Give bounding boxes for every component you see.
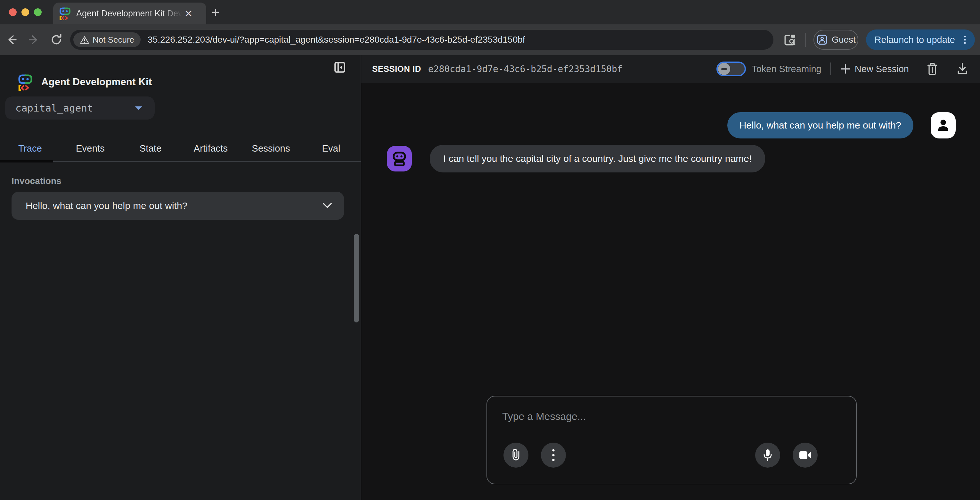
person-icon bbox=[936, 118, 950, 133]
tab-title: Agent Development Kit Dev UI bbox=[76, 9, 182, 19]
forward-icon[interactable] bbox=[27, 33, 41, 47]
more-vert-icon bbox=[552, 448, 555, 462]
session-header: SESSION ID e280cda1-9d7e-43c6-b25d-ef235… bbox=[361, 55, 980, 83]
browser-tab-strip: Agent Development Kit Dev UI ✕ + bbox=[0, 0, 980, 24]
address-bar[interactable]: Not Secure 35.226.252.203/dev-ui/?app=ca… bbox=[70, 30, 773, 50]
plus-icon bbox=[840, 64, 851, 74]
new-session-button[interactable]: New Session bbox=[840, 64, 909, 74]
guest-avatar-icon bbox=[816, 34, 828, 46]
guest-label: Guest bbox=[832, 35, 856, 45]
attach-file-button[interactable] bbox=[503, 442, 528, 468]
back-icon[interactable] bbox=[5, 33, 19, 47]
bot-message-bubble: I can tell you the capital city of a cou… bbox=[430, 145, 765, 173]
new-tab-button[interactable]: + bbox=[212, 6, 220, 19]
export-session-icon[interactable] bbox=[956, 62, 969, 76]
url-text: 35.226.252.203/dev-ui/?app=capital_agent… bbox=[148, 35, 525, 45]
sidebar-tabs: Trace Events State Artifacts Sessions Ev… bbox=[0, 136, 361, 162]
message-input[interactable] bbox=[502, 411, 822, 422]
relaunch-label: Relaunch to update bbox=[874, 35, 955, 45]
window-close-button[interactable] bbox=[9, 8, 17, 16]
paperclip-icon bbox=[510, 448, 522, 462]
tab-eval[interactable]: Eval bbox=[301, 136, 361, 161]
session-id-label: SESSION ID bbox=[372, 64, 421, 74]
more-options-button[interactable] bbox=[541, 442, 566, 468]
search-tabs-icon[interactable] bbox=[783, 32, 797, 47]
token-streaming-toggle[interactable] bbox=[716, 62, 746, 76]
adk-logo bbox=[18, 73, 33, 91]
kebab-menu-icon[interactable] bbox=[959, 34, 970, 46]
tab-close-icon[interactable]: ✕ bbox=[185, 8, 192, 19]
microphone-button[interactable] bbox=[755, 442, 780, 468]
delete-session-icon[interactable] bbox=[926, 62, 939, 76]
chat-panel: SESSION ID e280cda1-9d7e-43c6-b25d-ef235… bbox=[361, 55, 980, 500]
agent-select-value: capital_agent bbox=[15, 102, 134, 114]
window-controls bbox=[9, 8, 41, 16]
sidebar: Agent Development Kit capital_agent Trac… bbox=[0, 55, 361, 500]
new-session-label: New Session bbox=[855, 64, 909, 74]
video-button[interactable] bbox=[793, 442, 818, 468]
collapse-panel-icon[interactable] bbox=[333, 60, 347, 74]
invocations-heading: Invocations bbox=[11, 176, 62, 186]
robot-icon bbox=[392, 151, 407, 167]
chevron-down-icon[interactable] bbox=[322, 203, 332, 209]
token-streaming-label: Token Streaming bbox=[752, 64, 821, 74]
tab-events[interactable]: Events bbox=[60, 136, 121, 161]
relaunch-to-update-button[interactable]: Relaunch to update bbox=[866, 29, 975, 50]
user-message-bubble: Hello, what can you help me out with? bbox=[727, 112, 913, 139]
browser-tab[interactable]: Agent Development Kit Dev UI ✕ bbox=[53, 3, 206, 24]
window-zoom-button[interactable] bbox=[34, 8, 41, 16]
bot-message-row: I can tell you the capital city of a cou… bbox=[387, 145, 765, 173]
chat-messages-area: Hello, what can you help me out with? bbox=[361, 83, 980, 500]
videocam-icon bbox=[799, 450, 812, 460]
profile-button[interactable]: Guest bbox=[813, 30, 858, 50]
sidebar-scrollbar[interactable] bbox=[354, 234, 359, 323]
active-tab-indicator bbox=[0, 160, 53, 163]
toggle-thumb bbox=[718, 63, 730, 75]
tab-artifacts[interactable]: Artifacts bbox=[181, 136, 241, 161]
security-chip[interactable]: Not Secure bbox=[73, 32, 141, 47]
toolbar-divider bbox=[805, 33, 806, 47]
user-avatar bbox=[931, 112, 956, 139]
session-id-value: e280cda1-9d7e-43c6-b25d-ef2353d150bf bbox=[428, 64, 623, 74]
agent-select-dropdown[interactable]: capital_agent bbox=[5, 96, 155, 120]
adk-favicon bbox=[59, 7, 71, 20]
browser-toolbar: Not Secure 35.226.252.203/dev-ui/?app=ca… bbox=[0, 24, 980, 55]
message-composer bbox=[487, 396, 857, 484]
app-title: Agent Development Kit bbox=[41, 76, 152, 88]
user-message-row: Hello, what can you help me out with? bbox=[727, 112, 956, 139]
tab-state[interactable]: State bbox=[121, 136, 181, 161]
warning-icon bbox=[80, 35, 89, 45]
invocation-item[interactable]: Hello, what can you help me out with? bbox=[11, 192, 344, 220]
microphone-icon bbox=[762, 448, 774, 462]
window-minimize-button[interactable] bbox=[21, 8, 29, 16]
tab-trace[interactable]: Trace bbox=[0, 136, 60, 161]
reload-icon[interactable] bbox=[49, 33, 64, 47]
caret-down-icon bbox=[134, 105, 143, 111]
invocation-text: Hello, what can you help me out with? bbox=[25, 200, 322, 211]
bot-avatar bbox=[387, 146, 412, 171]
security-label: Not Secure bbox=[92, 35, 134, 45]
header-divider bbox=[830, 62, 831, 75]
tab-sessions[interactable]: Sessions bbox=[241, 136, 301, 161]
